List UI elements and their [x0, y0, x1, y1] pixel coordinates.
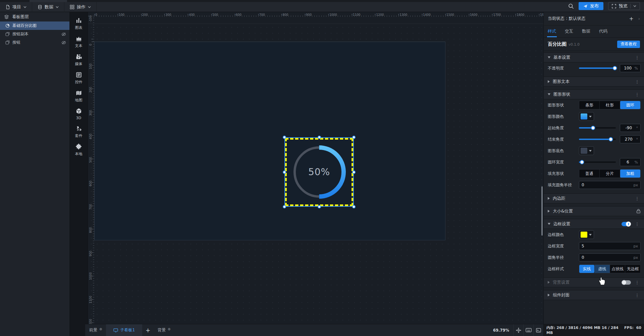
menu-project[interactable]: 项目 — [0, 2, 32, 12]
percentage-widget[interactable]: 50% — [285, 138, 353, 206]
resize-handle-nw[interactable] — [283, 136, 286, 139]
canvas-scrollbar[interactable] — [541, 186, 543, 236]
resize-handle-se[interactable] — [352, 205, 356, 208]
ruler-label: 400 — [89, 134, 92, 139]
resize-handle-n[interactable] — [318, 136, 321, 139]
toolbox-item-kits[interactable]: 套件 — [70, 123, 88, 141]
fill-radius-input[interactable] — [582, 183, 632, 187]
border-dotted-button[interactable]: 点状线 — [610, 265, 625, 273]
border-radius-input[interactable] — [582, 255, 632, 260]
console-button[interactable] — [533, 324, 543, 336]
fill-bold-button[interactable]: 加粗 — [620, 170, 640, 178]
selection-box[interactable]: 50% — [284, 137, 354, 207]
border-toggle-on[interactable] — [622, 222, 631, 226]
shape-column-button[interactable]: 柱形 — [599, 101, 620, 109]
ring-width-slider[interactable] — [579, 161, 616, 163]
ruler-label: 200 — [142, 13, 148, 16]
background-tab[interactable]: 背景 ⊕ — [154, 324, 174, 336]
fill-normal-button[interactable]: 普通 — [579, 170, 599, 178]
menu-operations[interactable]: 操作 — [64, 2, 97, 12]
start-angle-input[interactable] — [623, 126, 635, 130]
toolbox-item-3d[interactable]: 3D — [70, 106, 88, 123]
layer-item-button[interactable]: 按钮 — [0, 38, 69, 47]
layer-item-button-copy[interactable]: 按钮副本 — [0, 30, 69, 38]
shape-bar-button[interactable]: 条形 — [579, 101, 599, 109]
end-angle-slider[interactable] — [579, 139, 616, 140]
section-menu-icon[interactable]: ⋮ — [634, 196, 641, 201]
resize-handle-s[interactable] — [318, 205, 321, 208]
section-menu-icon[interactable]: ⋮ — [634, 222, 641, 227]
layer-label: 基础百分比图 — [12, 23, 66, 29]
section-menu-icon[interactable]: ⋮ — [634, 293, 641, 298]
toolbox-item-local[interactable]: 本地 — [70, 141, 88, 159]
section-graph-text[interactable]: 图形文本 ⋮ — [544, 77, 644, 87]
border-solid-button[interactable]: 实线 — [579, 265, 594, 273]
eye-hidden-icon[interactable] — [61, 41, 66, 45]
resize-handle-w[interactable] — [283, 171, 286, 174]
toolbox-item-text[interactable]: 文本 — [70, 33, 88, 51]
shape-ring-button[interactable]: 圆环 — [620, 101, 640, 109]
expand-states-icon[interactable]: › — [638, 16, 640, 21]
eye-hidden-icon[interactable] — [61, 32, 66, 36]
border-width-input[interactable] — [582, 244, 632, 248]
section-menu-icon[interactable]: ⋮ — [634, 55, 641, 60]
dashboard-board[interactable] — [94, 42, 445, 240]
add-board-button[interactable]: + — [142, 327, 154, 334]
section-background[interactable]: 背景设置 ⋮ — [544, 277, 644, 287]
fit-screen-button[interactable] — [513, 324, 523, 336]
chevron-down-icon[interactable] — [633, 5, 636, 7]
tab-code[interactable]: 代码 — [599, 29, 607, 37]
subboard-tab[interactable]: 子看板1 — [106, 324, 142, 336]
layer-item-percentage-chart[interactable]: 基础百分比图 — [0, 21, 69, 30]
layer-label: 按钮 — [12, 40, 59, 45]
kit-blocks-icon — [75, 125, 82, 132]
add-background-icon[interactable]: ⊕ — [168, 327, 170, 331]
fill-sliced-button[interactable]: 分片 — [599, 170, 620, 178]
border-none-button[interactable]: 无边框 — [625, 265, 640, 273]
toolbox-item-media[interactable]: 媒体 — [70, 51, 88, 69]
control-panel-icon — [75, 71, 82, 78]
section-border[interactable]: 边框设置 ⋮ — [544, 219, 644, 229]
section-graph-shape[interactable]: 图形形状 ⋮ — [544, 89, 644, 99]
tab-interaction[interactable]: 交互 — [565, 29, 573, 37]
start-angle-slider[interactable] — [579, 127, 616, 129]
top-bar: 项目 数据 操作 发布 预览 — [0, 0, 644, 12]
add-foreground-icon[interactable]: ⊕ — [99, 327, 102, 331]
tab-style[interactable]: 样式 — [548, 29, 556, 37]
add-state-button[interactable]: + — [629, 15, 633, 22]
graph-color-dropdown[interactable] — [579, 112, 594, 121]
section-menu-icon[interactable]: ⋮ — [634, 280, 641, 285]
base-color-dropdown[interactable] — [579, 146, 594, 155]
resize-handle-sw[interactable] — [283, 205, 286, 208]
ring-width-input[interactable] — [623, 160, 633, 164]
background-toggle-off[interactable] — [622, 280, 631, 285]
section-size-position[interactable]: 大小&位置 — [544, 206, 644, 216]
toolbox-item-controls[interactable]: 控件 — [70, 69, 88, 88]
toolbox-item-charts[interactable]: 图表 — [70, 15, 88, 33]
end-angle-input[interactable] — [623, 137, 635, 142]
section-menu-icon[interactable]: ⋮ — [634, 79, 641, 84]
preview-button[interactable]: 预览 — [608, 2, 640, 10]
zoom-level[interactable]: 69.79% — [493, 328, 509, 333]
vertical-ruler: -100010020030040050060070080090010001100… — [88, 17, 94, 324]
publish-button[interactable]: 发布 — [579, 2, 603, 10]
toolbox-item-map[interactable]: 地图 — [70, 88, 88, 106]
menu-data[interactable]: 数据 — [32, 2, 64, 12]
shortcuts-button[interactable] — [523, 324, 533, 336]
search-icon[interactable] — [568, 3, 574, 9]
section-padding[interactable]: 内边距 ⋮ — [544, 193, 644, 203]
tab-data[interactable]: 数据 — [582, 29, 590, 37]
opacity-slider[interactable] — [579, 67, 616, 69]
resize-handle-e[interactable] — [352, 171, 356, 174]
foreground-tab[interactable]: 前景 ⊕ — [85, 324, 106, 336]
opacity-input[interactable] — [623, 66, 633, 70]
tutorial-button[interactable]: 查看教程 — [617, 41, 640, 48]
section-menu-icon[interactable]: ⋮ — [634, 92, 641, 97]
resize-handle-ne[interactable] — [352, 136, 356, 139]
border-dashed-button[interactable]: 虚线 — [594, 265, 610, 273]
section-component-cover[interactable]: 组件封面 ⋮ — [544, 290, 644, 300]
section-basic-settings[interactable]: 基本设置 ⋮ — [544, 52, 644, 62]
design-canvas[interactable]: 0100200300400500600700800900100011001200… — [88, 12, 543, 324]
border-color-dropdown[interactable] — [579, 230, 594, 239]
lock-icon[interactable] — [636, 209, 641, 213]
